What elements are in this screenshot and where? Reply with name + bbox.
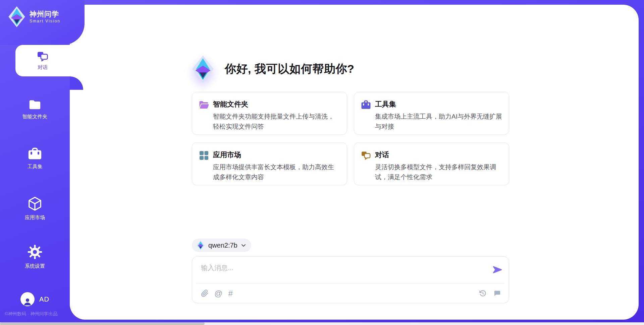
sidebar-item-label: 系统设置: [25, 263, 45, 269]
greeting-text: 你好, 我可以如何帮助你?: [225, 61, 354, 77]
avatar: [20, 292, 35, 306]
card-description: 应用市场提供丰富长文本模板，助力高效生成多样化文章内容: [213, 162, 340, 182]
brand-diamond-icon: [7, 6, 26, 27]
briefcase-icon: [28, 147, 42, 160]
model-name: qwen2:7b: [208, 242, 237, 249]
chat-bubbles-icon: [361, 150, 371, 160]
brand-subtitle: Smart Vision: [30, 19, 60, 23]
card-smart-folders[interactable]: 智能文件夹 智能文件夹功能支持批量文件上传与清洗，轻松实现文件问答: [192, 92, 347, 135]
card-title: 工具集: [375, 99, 502, 109]
user-name: AD: [39, 296, 49, 303]
sidebar-item-label: 对话: [38, 64, 48, 71]
main-content: 你好, 我可以如何帮助你? 智能文件夹 智能文件夹功能支持批量文件上传与清洗，轻…: [192, 5, 509, 303]
card-app-market[interactable]: 应用市场 应用市场提供丰富长文本模板，助力高效生成多样化文章内容: [192, 142, 347, 185]
chat-filled-icon: [493, 289, 501, 297]
model-diamond-icon: [197, 240, 205, 250]
history-icon: [479, 289, 487, 297]
sidebar-item-label: 工具集: [28, 164, 43, 170]
paperclip-icon: [201, 289, 209, 297]
horizontal-scrollbar[interactable]: [0, 322, 644, 325]
attach-button[interactable]: [200, 289, 209, 298]
sidebar-item-label: 智能文件夹: [22, 114, 48, 120]
card-chat[interactable]: 对话 灵活切换多模型文件，支持多样回复效果调试，满足个性化需求: [354, 142, 509, 185]
card-description: 智能文件夹功能支持批量文件上传与清洗，轻松实现文件问答: [213, 112, 340, 132]
message-input[interactable]: [201, 264, 476, 272]
sidebar-item-label: 应用市场: [25, 214, 45, 221]
history-button[interactable]: [478, 289, 487, 298]
hash-icon: #: [228, 289, 232, 298]
folder-icon: [29, 99, 41, 110]
mention-button[interactable]: @: [214, 289, 223, 298]
sidebar: 神州问学 Smart Vision 对话 智能文件夹 工具集 应用市场: [0, 0, 70, 325]
card-description: 集成市场上主流工具，助力AI与外界无缝扩展与对接: [375, 112, 502, 132]
open-folder-icon: [199, 100, 209, 110]
send-icon: [493, 266, 502, 273]
sidebar-item-chat[interactable]: 对话: [15, 45, 70, 76]
person-icon: [22, 296, 33, 306]
model-selector[interactable]: qwen2:7b: [192, 239, 251, 252]
at-icon: @: [214, 289, 222, 298]
card-title: 智能文件夹: [213, 99, 340, 109]
chevron-down-icon: [241, 244, 246, 247]
greeting: 你好, 我可以如何帮助你?: [192, 55, 509, 83]
sidebar-item-folders[interactable]: 智能文件夹: [0, 99, 70, 120]
gear-icon: [27, 244, 43, 260]
user-account[interactable]: AD: [0, 292, 70, 306]
sidebar-item-apps[interactable]: 应用市场: [0, 196, 70, 221]
composer-toolbar: @ #: [192, 284, 509, 303]
brand: 神州问学 Smart Vision: [7, 6, 60, 27]
card-description: 灵活切换多模型文件，支持多样回复效果调试，满足个性化需求: [375, 162, 502, 182]
sidebar-item-settings[interactable]: 系统设置: [0, 244, 70, 269]
send-button[interactable]: [493, 266, 502, 274]
briefcase-icon: [361, 100, 371, 110]
card-title: 应用市场: [213, 150, 340, 160]
card-title: 对话: [375, 150, 502, 160]
scrollbar-thumb[interactable]: [0, 322, 205, 325]
copyright-footer: ©神州数码 · 神州问学出品: [5, 311, 57, 317]
cube-icon: [28, 196, 42, 211]
message-composer: @ #: [192, 256, 509, 303]
greeting-diamond-icon: [192, 55, 214, 83]
card-toolset[interactable]: 工具集 集成市场上主流工具，助力AI与外界无缝扩展与对接: [354, 92, 509, 135]
new-chat-button[interactable]: [492, 289, 501, 298]
feature-cards: 智能文件夹 智能文件夹功能支持批量文件上传与清洗，轻松实现文件问答 工具集 集成…: [192, 92, 509, 185]
brand-name: 神州问学: [30, 10, 60, 18]
topic-button[interactable]: #: [227, 289, 233, 298]
grid-icon: [199, 150, 209, 160]
chat-bubbles-icon: [37, 51, 49, 62]
sidebar-item-tools[interactable]: 工具集: [0, 147, 70, 170]
